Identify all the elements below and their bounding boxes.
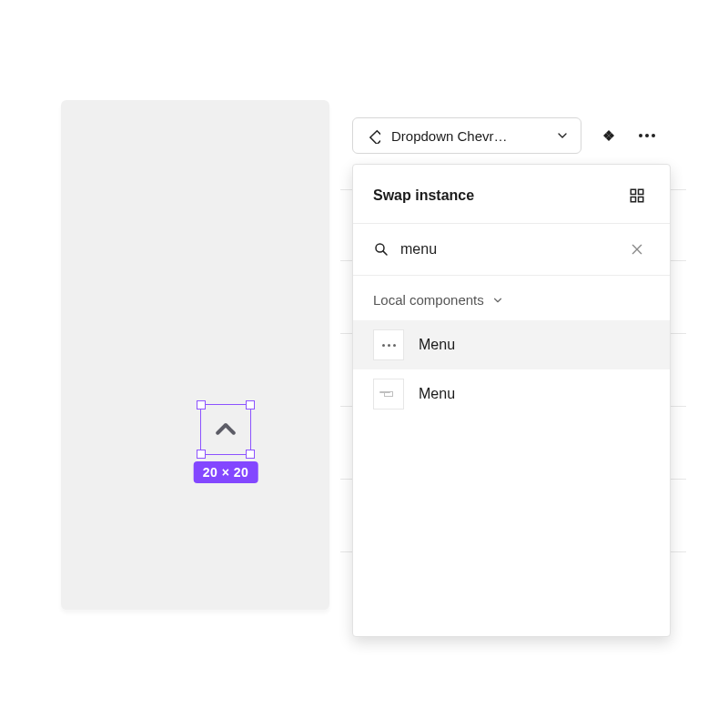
grid-view-icon[interactable] — [624, 183, 650, 208]
instance-selector[interactable]: Dropdown Chevr… — [352, 117, 581, 154]
section-header[interactable]: Local components — [353, 276, 670, 320]
svg-rect-5 — [631, 189, 635, 194]
search-row — [353, 223, 670, 276]
resize-handle-tr[interactable] — [246, 400, 255, 410]
section-label: Local components — [373, 292, 484, 308]
svg-rect-0 — [370, 131, 380, 144]
inspector-region: Dropdown Chevr… Swap instance — [341, 109, 685, 619]
component-result-label: Menu — [419, 337, 455, 353]
panel-title: Swap instance — [373, 187, 474, 204]
swap-instance-icon[interactable] — [596, 123, 622, 148]
component-icon — [364, 127, 380, 144]
resize-handle-tl[interactable] — [197, 400, 206, 410]
search-input[interactable] — [400, 241, 613, 258]
selection-dimensions: 20 × 20 — [194, 461, 258, 483]
svg-rect-8 — [639, 197, 643, 202]
instance-name: Dropdown Chevr… — [391, 128, 544, 144]
chevron-up-icon — [212, 416, 239, 443]
component-result-label: Menu — [419, 386, 455, 402]
svg-rect-7 — [631, 197, 635, 202]
swap-instance-panel: Swap instance Local components Menu — [352, 164, 671, 637]
more-options-icon[interactable] — [634, 123, 660, 148]
resize-handle-bl[interactable] — [197, 450, 206, 459]
canvas-frame: 20 × 20 — [61, 100, 329, 610]
svg-rect-6 — [639, 189, 643, 194]
chevron-down-icon — [491, 294, 504, 307]
search-icon — [373, 241, 389, 258]
component-result[interactable]: Menu — [353, 320, 670, 369]
chevron-down-icon — [555, 128, 570, 143]
component-result[interactable]: Menu — [353, 369, 670, 419]
selection-outline[interactable]: 20 × 20 — [200, 404, 251, 455]
component-thumbnail — [373, 329, 404, 360]
clear-search-icon[interactable] — [624, 237, 650, 262]
svg-line-10 — [383, 251, 387, 255]
component-thumbnail — [373, 379, 404, 410]
resize-handle-br[interactable] — [246, 450, 255, 459]
